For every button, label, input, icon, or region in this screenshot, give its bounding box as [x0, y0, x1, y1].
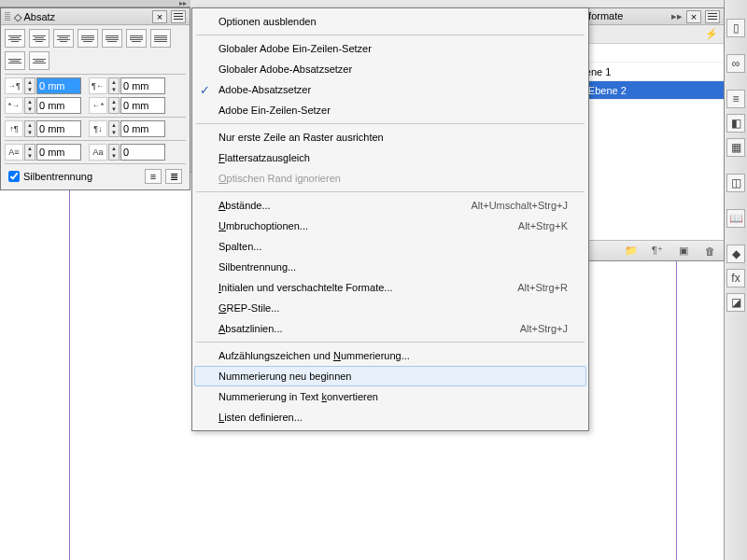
align-away-spine-button[interactable] — [29, 51, 49, 70]
menu-icon — [174, 16, 183, 17]
paragraph-panel-flyout-menu: Optionen ausblenden Globaler Adobe Ein-Z… — [191, 7, 589, 431]
dropcap-chars-spinner[interactable]: ▲▼ — [108, 144, 120, 161]
menu-global-single-line[interactable]: Globaler Adobe Ein-Zeilen-Setzer — [194, 38, 586, 59]
justify-full-button[interactable] — [150, 29, 171, 48]
panel-close-button[interactable]: × — [152, 10, 167, 23]
menu-grep-styles[interactable]: GREP-Stile... — [194, 298, 586, 318]
panel-collapse-bar[interactable]: ▸▸ — [0, 0, 190, 7]
last-line-indent-icon: ←* — [89, 97, 107, 114]
menu-ignore-optical-margin: Optischen Rand ignorieren — [194, 168, 586, 189]
hyphenation-checkbox[interactable] — [8, 171, 20, 182]
space-before-icon: ↑¶ — [5, 120, 23, 137]
menu-hide-options[interactable]: Optionen ausblenden — [194, 11, 586, 32]
first-line-indent-icon: *→ — [5, 97, 23, 114]
menu-adobe-single-line[interactable]: Adobe Ein-Zeilen-Setzer — [194, 100, 586, 120]
indent-right-input[interactable] — [120, 77, 165, 94]
baseline-btn-1[interactable]: ≡ — [145, 169, 162, 184]
first-line-indent-field: *→ ▲▼ — [5, 97, 81, 114]
menu-icon — [708, 16, 717, 17]
check-icon: ✓ — [200, 83, 210, 97]
double-arrow-icon[interactable]: ▸▸ — [671, 10, 683, 22]
dropcap-chars-icon: Aa — [89, 144, 107, 161]
quick-apply-icon[interactable]: ⚡ — [705, 28, 718, 40]
paragraph-panel-titlebar[interactable]: ◇ Absatz × — [1, 8, 190, 25]
tool-swatches-icon[interactable]: ▦ — [726, 138, 745, 157]
menu-columns[interactable]: Spalten... — [194, 236, 586, 257]
styles-menu-button[interactable] — [705, 10, 720, 23]
indent-left-icon: →¶ — [5, 77, 23, 94]
folder-icon[interactable]: 📁 — [625, 245, 638, 258]
dropcap-lines-input[interactable] — [36, 144, 81, 161]
align-spine-button[interactable] — [5, 51, 25, 70]
last-line-spinner[interactable]: ▲▼ — [108, 97, 120, 114]
indent-left-input[interactable] — [36, 77, 81, 94]
tool-color-icon[interactable]: ◧ — [726, 114, 745, 133]
paragraph-panel-body: →¶ ▲▼ ¶← ▲▼ *→ ▲▼ ←* ▲▼ — [1, 25, 190, 189]
menu-adobe-paragraph[interactable]: ✓Adobe-Absatzsetzer — [194, 79, 586, 100]
indent-right-field: ¶← ▲▼ — [89, 77, 165, 94]
indent-left-spinner[interactable]: ▲▼ — [24, 77, 35, 94]
justify-left-button[interactable] — [78, 29, 98, 48]
paragraph-panel: ◇ Absatz × →¶ ▲▼ ¶← ▲▼ — [0, 7, 190, 190]
first-line-input[interactable] — [36, 97, 81, 114]
indent-left-field: →¶ ▲▼ — [5, 77, 81, 94]
indent-right-spinner[interactable]: ▲▼ — [108, 77, 120, 94]
space-after-input[interactable] — [120, 120, 165, 137]
styles-close-button[interactable]: × — [686, 10, 701, 23]
menu-bullets-numbering[interactable]: Aufzählungszeichen und Nummerierung... — [194, 345, 586, 366]
clear-override-icon[interactable]: ¶⁺ — [651, 245, 664, 258]
justify-right-button[interactable] — [126, 29, 147, 48]
menu-first-line-grid[interactable]: Nur erste Zeile an Raster ausrichten — [194, 127, 586, 147]
menu-spacing[interactable]: Abstände...Alt+Umschalt+Strg+J — [194, 195, 586, 216]
menu-define-lists[interactable]: Listen definieren... — [194, 407, 586, 427]
menu-convert-numbering-to-text[interactable]: Nummerierung in Text konvertieren — [194, 386, 586, 407]
menu-keep-options[interactable]: Umbruchoptionen...Alt+Strg+K — [194, 216, 586, 236]
dropcap-chars-input[interactable] — [120, 144, 165, 161]
tool-links-icon[interactable]: ∞ — [726, 54, 745, 73]
right-toolstrip: ▯ ∞ ≡ ◧ ▦ ◫ 📖 ◆ fx ◪ — [724, 0, 747, 560]
dropcap-lines-field: A≡ ▲▼ — [5, 144, 81, 161]
tool-object-styles-icon[interactable]: ◪ — [726, 293, 745, 312]
tool-stroke-icon[interactable]: ≡ — [726, 90, 745, 108]
trash-icon[interactable]: 🗑 — [703, 245, 716, 258]
tool-effects-icon[interactable]: fx — [726, 269, 745, 287]
tool-book-icon[interactable]: 📖 — [726, 209, 745, 228]
last-line-indent-field: ←* ▲▼ — [89, 97, 165, 114]
tool-layers-icon[interactable]: ◆ — [726, 245, 745, 263]
menu-dropcaps-nested[interactable]: Initialen und verschachtelte Formate...A… — [194, 277, 586, 298]
align-left-button[interactable] — [5, 29, 25, 48]
tool-library-icon[interactable]: ◫ — [726, 174, 745, 192]
menu-balance-ragged[interactable]: Flattersatzausgleich — [194, 147, 586, 168]
space-after-icon: ¶↓ — [89, 120, 107, 137]
space-before-input[interactable] — [36, 120, 81, 137]
dropcap-chars-field: Aa ▲▼ — [89, 144, 165, 161]
new-style-icon[interactable]: ▣ — [677, 245, 690, 258]
align-center-button[interactable] — [29, 29, 49, 48]
first-line-spinner[interactable]: ▲▼ — [24, 97, 35, 114]
hyphenation-label: Silbentrennung — [23, 171, 92, 182]
dropcap-lines-icon: A≡ — [5, 144, 23, 161]
space-before-field: ↑¶ ▲▼ — [5, 120, 81, 137]
indent-right-icon: ¶← — [89, 77, 107, 94]
grip-icon — [5, 12, 10, 21]
space-before-spinner[interactable]: ▲▼ — [24, 120, 35, 137]
baseline-btn-2[interactable]: ≣ — [165, 169, 182, 184]
align-row-1 — [5, 29, 186, 48]
space-after-spinner[interactable]: ▲▼ — [108, 120, 120, 137]
align-row-2 — [5, 51, 186, 70]
dropcap-lines-spinner[interactable]: ▲▼ — [24, 144, 35, 161]
panel-menu-button[interactable] — [171, 10, 186, 23]
guide-left[interactable] — [69, 173, 70, 560]
space-after-field: ¶↓ ▲▼ — [89, 120, 165, 137]
justify-center-button[interactable] — [102, 29, 122, 48]
last-line-input[interactable] — [120, 97, 165, 114]
collapse-arrows-icon: ▸▸ — [179, 0, 187, 7]
tool-pages-icon[interactable]: ▯ — [726, 19, 745, 37]
menu-hyphenation[interactable]: Silbentrennung... — [194, 257, 586, 277]
menu-global-paragraph[interactable]: Globaler Adobe-Absatzsetzer — [194, 59, 586, 79]
panel-title-text: ◇ Absatz — [14, 8, 148, 25]
align-right-button[interactable] — [53, 29, 74, 48]
menu-restart-numbering[interactable]: Nummerierung neu beginnen — [194, 366, 586, 386]
menu-paragraph-rules[interactable]: Absatzlinien...Alt+Strg+J — [194, 318, 586, 339]
